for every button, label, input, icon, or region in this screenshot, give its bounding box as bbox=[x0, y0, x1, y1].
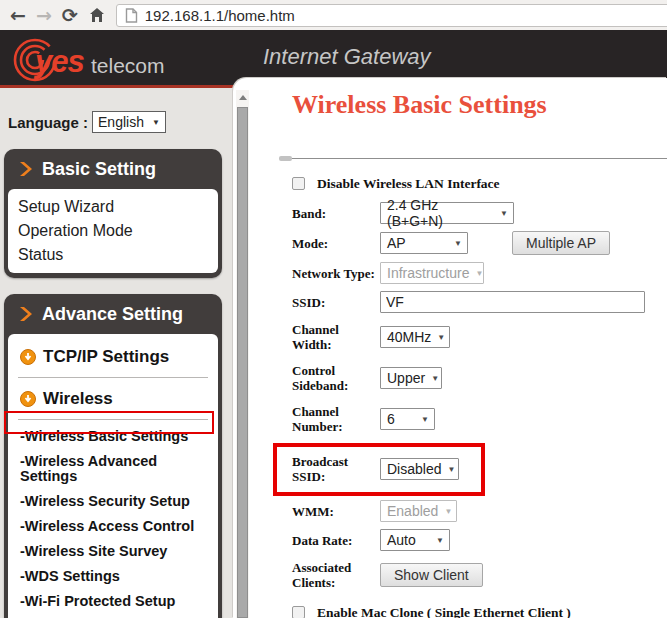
page-icon bbox=[125, 8, 138, 23]
language-select[interactable]: English ▼ bbox=[92, 111, 166, 133]
network-type-select: Infrastructure ▼ bbox=[380, 262, 484, 284]
dropdown-arrow-icon: ▼ bbox=[444, 507, 452, 516]
dropdown-arrow-icon: ▼ bbox=[152, 118, 160, 127]
band-label: Band: bbox=[292, 204, 380, 223]
network-type-label: Network Type: bbox=[292, 264, 380, 283]
reload-icon[interactable]: ⟳ bbox=[62, 4, 78, 26]
dropdown-arrow-icon: ▼ bbox=[475, 269, 483, 278]
ssid-row: SSID: bbox=[292, 291, 667, 313]
logo-brand-text: yes bbox=[35, 44, 84, 80]
main-panel: Wireless Basic Settings Disable Wireless… bbox=[233, 78, 667, 618]
mode-select[interactable]: AP ▼ bbox=[380, 232, 468, 254]
wmm-label: WMM: bbox=[292, 502, 380, 521]
show-client-button[interactable]: Show Client bbox=[380, 563, 483, 587]
network-type-row: Network Type: Infrastructure ▼ bbox=[292, 262, 667, 284]
separator bbox=[279, 156, 667, 161]
ssid-input[interactable] bbox=[380, 291, 645, 313]
sidebar-item-setup-wizard[interactable]: Setup Wizard bbox=[8, 195, 218, 219]
associated-clients-label: Associated Clients: bbox=[292, 558, 380, 592]
multiple-ap-button[interactable]: Multiple AP bbox=[512, 231, 610, 255]
url-text: 192.168.1.1/home.htm bbox=[145, 7, 295, 24]
dropdown-arrow-icon: ▼ bbox=[500, 209, 508, 218]
band-row: Band: 2.4 GHz (B+G+N) ▼ bbox=[292, 202, 667, 224]
data-rate-label: Data Rate: bbox=[292, 531, 380, 550]
mode-label: Mode: bbox=[292, 234, 380, 253]
control-sideband-row: Control Sideband: Upper ▼ bbox=[292, 361, 667, 395]
sidebar-item-wireless-security-setup[interactable]: -Wireless Security Setup bbox=[8, 489, 218, 514]
wmm-row: WMM: Enabled ▼ bbox=[292, 500, 667, 522]
wmm-select: Enabled ▼ bbox=[380, 500, 457, 522]
dropdown-arrow-icon: ▼ bbox=[431, 374, 439, 383]
logo: yes telecom bbox=[8, 34, 238, 88]
separator-tab bbox=[279, 156, 292, 161]
dropdown-arrow-icon: ▼ bbox=[437, 333, 445, 342]
forward-icon[interactable]: → bbox=[36, 4, 52, 26]
address-bar[interactable]: 192.168.1.1/home.htm bbox=[116, 4, 667, 27]
sidebar-item-operation-mode[interactable]: Operation Mode bbox=[8, 219, 218, 243]
band-select[interactable]: 2.4 GHz (B+G+N) ▼ bbox=[380, 202, 514, 224]
chevron-right-icon bbox=[18, 306, 34, 322]
channel-number-row: Channel Number: 6 ▼ bbox=[292, 402, 667, 436]
wireless-basic-form: Disable Wireless LAN Interface Band: 2.4… bbox=[257, 175, 667, 618]
ssid-label: SSID: bbox=[292, 293, 380, 312]
broadcast-ssid-row: Broadcast SSID: Disabled ▼ bbox=[292, 452, 481, 486]
sidebar-item-wireless-schedule[interactable]: -Wireless Schedule bbox=[8, 614, 218, 618]
gateway-title: Internet Gateway bbox=[263, 44, 431, 70]
sidebar-item-wireless-access-control[interactable]: -Wireless Access Control bbox=[8, 514, 218, 539]
channel-width-row: Channel Width: 40MHz ▼ bbox=[292, 320, 667, 354]
chevron-right-icon bbox=[18, 161, 34, 177]
arrow-up-icon bbox=[239, 95, 247, 100]
channel-width-label: Channel Width: bbox=[292, 320, 380, 354]
disable-wlan-label: Disable Wireless LAN Interface bbox=[317, 176, 500, 191]
channel-width-select[interactable]: 40MHz ▼ bbox=[380, 326, 450, 348]
basic-setting-header: Basic Setting bbox=[8, 149, 218, 189]
broadcast-ssid-select[interactable]: Disabled ▼ bbox=[380, 458, 459, 480]
associated-clients-row: Associated Clients: Show Client bbox=[292, 558, 667, 592]
scrollbar-thumb[interactable] bbox=[237, 107, 248, 618]
mac-clone-row: Enable Mac Clone ( Single Ethernet Clien… bbox=[259, 604, 661, 618]
broadcast-ssid-label: Broadcast SSID: bbox=[292, 452, 380, 486]
basic-setting-panel: Basic Setting Setup Wizard Operation Mod… bbox=[4, 149, 222, 278]
sidebar-item-status[interactable]: Status bbox=[8, 243, 218, 267]
dropdown-arrow-icon: ▼ bbox=[447, 465, 455, 474]
control-sideband-label: Control Sideband: bbox=[292, 361, 380, 395]
data-rate-select[interactable]: Auto ▼ bbox=[380, 529, 450, 551]
sidebar-item-wireless-advanced-settings[interactable]: -Wireless Advanced Settings bbox=[8, 449, 218, 489]
language-label: Language : bbox=[8, 114, 88, 131]
sidebar-section-tcpip[interactable]: TCP/IP Settings bbox=[8, 340, 218, 373]
channel-number-select[interactable]: 6 ▼ bbox=[380, 408, 435, 430]
dropdown-arrow-icon: ▼ bbox=[436, 536, 444, 545]
disable-wlan-checkbox[interactable] bbox=[292, 177, 305, 190]
mac-clone-checkbox[interactable] bbox=[292, 606, 305, 618]
sidebar-item-wireless-basic-settings[interactable]: -Wireless Basic Settings bbox=[8, 424, 218, 449]
data-rate-row: Data Rate: Auto ▼ bbox=[292, 529, 667, 551]
advance-setting-panel: Advance Setting TCP/IP Settings Wireless… bbox=[4, 294, 222, 618]
divider bbox=[18, 419, 208, 420]
orange-bullet-icon bbox=[20, 349, 36, 365]
mac-clone-label: Enable Mac Clone ( Single Ethernet Clien… bbox=[317, 605, 571, 618]
sidebar-item-wireless-site-survey[interactable]: -Wireless Site Survey bbox=[8, 539, 218, 564]
mode-row: Mode: AP ▼ Multiple AP bbox=[292, 231, 667, 255]
sidebar-section-wireless[interactable]: Wireless bbox=[8, 382, 218, 415]
advance-setting-header: Advance Setting bbox=[8, 294, 218, 334]
page-title: Wireless Basic Settings bbox=[292, 90, 667, 120]
back-icon[interactable]: ← bbox=[10, 4, 26, 26]
channel-number-label: Channel Number: bbox=[292, 402, 380, 436]
home-icon[interactable] bbox=[88, 6, 106, 24]
dropdown-arrow-icon: ▼ bbox=[421, 415, 429, 424]
logo-suffix-text: telecom bbox=[91, 54, 165, 78]
browser-toolbar: ← → ⟳ 192.168.1.1/home.htm bbox=[0, 0, 667, 30]
sidebar: Language : English ▼ Basic Setting Setup… bbox=[0, 91, 233, 618]
scrollbar-up-button[interactable] bbox=[236, 90, 249, 105]
control-sideband-select[interactable]: Upper ▼ bbox=[380, 367, 442, 389]
disable-wlan-row: Disable Wireless LAN Interface bbox=[259, 175, 661, 192]
divider bbox=[18, 377, 208, 378]
orange-bullet-icon bbox=[20, 391, 36, 407]
scrollbar[interactable] bbox=[236, 90, 249, 618]
sidebar-item-wds-settings[interactable]: -WDS Settings bbox=[8, 564, 218, 589]
dropdown-arrow-icon: ▼ bbox=[454, 239, 462, 248]
sidebar-item-wifi-protected-setup[interactable]: -Wi-Fi Protected Setup bbox=[8, 589, 218, 614]
annotation-box-broadcast-ssid: Broadcast SSID: Disabled ▼ bbox=[273, 443, 485, 496]
